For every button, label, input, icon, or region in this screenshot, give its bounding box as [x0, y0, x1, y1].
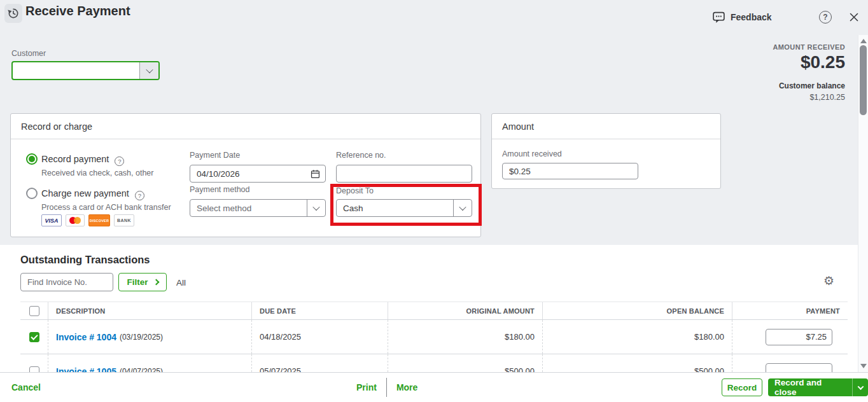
select-all-checkbox[interactable] [29, 306, 39, 316]
payment-date-input[interactable] [190, 165, 326, 183]
print-button[interactable]: Print [356, 382, 377, 392]
chevron-down-icon [459, 204, 466, 211]
payment-amount-input[interactable] [766, 329, 832, 345]
receive-payment-window: Receive Payment Feedback ? Customer AMOU… [0, 0, 868, 402]
more-button[interactable]: More [396, 382, 417, 392]
customer-input[interactable] [13, 62, 139, 79]
chevron-right-icon [153, 279, 159, 286]
help-icon: ? [823, 13, 827, 22]
table-header-row: DESCRIPTION DUE DATE ORIGINAL AMOUNT OPE… [20, 302, 848, 320]
filter-selection-label: All [176, 278, 186, 288]
history-icon [7, 7, 20, 20]
customer-label: Customer [11, 49, 46, 58]
scroll-down-icon[interactable] [860, 364, 867, 368]
charge-new-payment-label[interactable]: Charge new payment? [41, 188, 144, 200]
cancel-button[interactable]: Cancel [11, 382, 41, 392]
record-payment-description: Received via check, cash, other [41, 169, 153, 177]
table-row: Invoice # 1004 (03/19/2025) 04/18/2025 $… [20, 320, 848, 354]
feedback-label: Feedback [731, 12, 772, 22]
payment-method-label: Payment method [190, 185, 250, 194]
amount-received-label: AMOUNT RECEIVED [773, 43, 845, 51]
close-icon[interactable] [848, 11, 860, 23]
feedback-button[interactable]: Feedback [712, 10, 772, 24]
chevron-down-icon [312, 204, 319, 211]
help-icon[interactable]: ? [115, 156, 124, 166]
outstanding-transactions-title: Outstanding Transactions [20, 254, 150, 266]
amount-received-input[interactable] [502, 163, 638, 179]
history-button[interactable] [4, 4, 22, 23]
bank-icon: BANK [114, 214, 134, 226]
column-header-original-amount: ORIGINAL AMOUNT [388, 302, 542, 319]
record-button[interactable]: Record [722, 378, 762, 396]
feedback-icon [712, 10, 725, 24]
charge-new-payment-radio[interactable] [26, 188, 38, 199]
record-or-charge-panel: Record or charge Record payment? Receive… [10, 113, 481, 237]
payment-method-dropdown-button[interactable] [307, 200, 325, 216]
column-header-open-balance: OPEN BALANCE [542, 302, 732, 319]
amount-panel: Amount Amount received [491, 113, 721, 189]
customer-balance-value: $1,210.25 [773, 93, 845, 102]
reference-no-input[interactable] [336, 165, 472, 183]
deposit-to-select[interactable]: Cash [336, 199, 472, 217]
column-header-description: DESCRIPTION [48, 302, 251, 319]
customer-combobox[interactable] [11, 61, 160, 80]
visa-icon: VISA [41, 214, 62, 226]
record-and-close-dropdown-button[interactable] [852, 378, 868, 396]
help-icon[interactable]: ? [135, 191, 144, 200]
payment-date-label: Payment Date [190, 151, 240, 160]
original-amount-cell: $180.00 [388, 320, 542, 354]
discover-icon: DISCOVER [88, 214, 110, 226]
record-payment-radio[interactable] [26, 153, 38, 165]
charge-new-payment-description: Process a card or ACH bank transfer [41, 203, 171, 212]
row-checkbox[interactable] [29, 332, 39, 342]
record-or-charge-title: Record or charge [11, 114, 480, 139]
page-title: Receive Payment [25, 4, 130, 18]
footer-bar: Cancel Print More Record Record and clos… [0, 372, 868, 402]
find-invoice-input[interactable] [20, 273, 113, 291]
footer-divider [386, 378, 387, 397]
record-and-close-button[interactable]: Record and close [768, 378, 868, 396]
customer-balance-label: Customer balance [773, 81, 845, 90]
help-button[interactable]: ? [819, 11, 832, 24]
customer-dropdown-button[interactable] [139, 62, 158, 79]
scrollbar-thumb[interactable] [860, 45, 867, 115]
deposit-to-label: Deposit To [336, 186, 374, 195]
payment-summary: AMOUNT RECEIVED $0.25 Customer balance $… [773, 43, 845, 102]
amount-panel-title: Amount [492, 114, 720, 139]
vertical-scrollbar[interactable] [858, 35, 868, 372]
card-brand-badges: VISA DISCOVER BANK [41, 214, 134, 226]
column-header-payment: PAYMENT [732, 302, 848, 319]
due-date-cell: 04/18/2025 [251, 320, 388, 354]
payment-date-field [190, 165, 326, 183]
gear-icon[interactable]: ⚙ [823, 275, 834, 287]
amount-received-value: $0.25 [773, 52, 845, 73]
amount-received-field-label: Amount received [502, 149, 562, 158]
open-balance-cell: $180.00 [542, 320, 732, 354]
payment-method-value: Select method [190, 204, 307, 213]
scroll-up-icon[interactable] [860, 39, 867, 43]
mastercard-icon [66, 214, 85, 226]
chevron-down-icon [857, 384, 864, 390]
chevron-down-icon [146, 66, 153, 73]
deposit-to-value: Cash [337, 204, 453, 213]
reference-no-label: Reference no. [336, 151, 386, 160]
column-header-due-date: DUE DATE [251, 302, 388, 319]
invoice-date: (03/19/2025) [120, 333, 163, 342]
record-payment-label[interactable]: Record payment? [41, 154, 124, 166]
filter-button[interactable]: Filter [118, 273, 167, 291]
footer-center-actions: Print More [356, 378, 417, 396]
invoice-link[interactable]: Invoice # 1004 [56, 332, 116, 342]
payment-method-select[interactable]: Select method [190, 199, 326, 217]
deposit-to-dropdown-button[interactable] [453, 200, 472, 216]
